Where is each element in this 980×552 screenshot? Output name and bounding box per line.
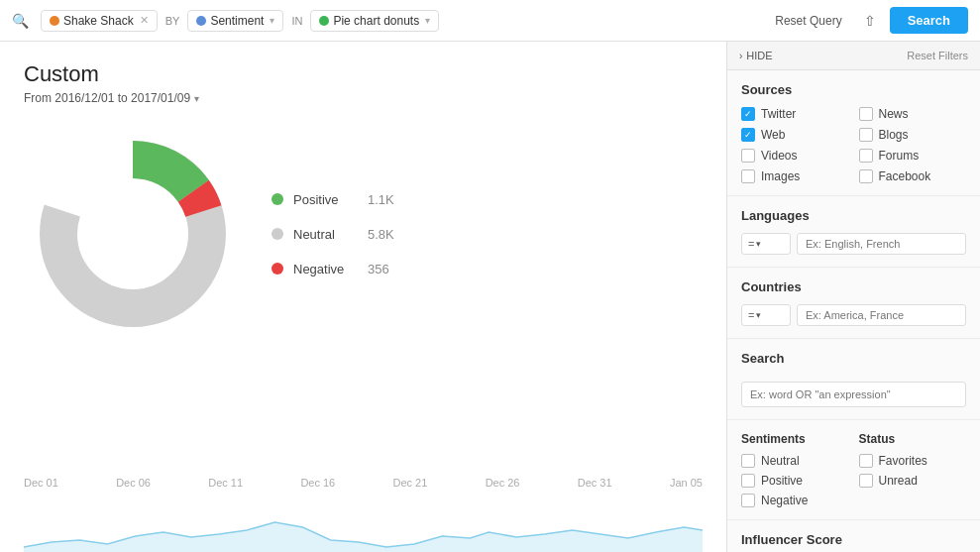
sentiment-neutral[interactable]: Neutral	[741, 454, 849, 468]
tag-label: Sentiment	[210, 14, 264, 28]
legend-negative: Negative 356	[272, 262, 394, 276]
forums-checkbox[interactable]	[859, 149, 873, 163]
left-content: Custom From 2016/12/01 to 2017/01/09 ▾	[0, 42, 726, 552]
source-facebook[interactable]: Facebook	[859, 169, 967, 183]
search-section: Search	[727, 339, 980, 420]
country-operator-select[interactable]: = ▾	[741, 304, 791, 326]
chevron-down-icon: ▾	[425, 15, 430, 26]
tag-color-dot	[319, 16, 329, 26]
sentiments-title: Sentiments	[741, 432, 849, 446]
status-unread[interactable]: Unread	[859, 474, 967, 488]
axis-label: Dec 06	[116, 477, 151, 489]
search-button[interactable]: Search	[890, 7, 968, 34]
web-checkbox[interactable]	[741, 128, 755, 142]
negative-dot	[272, 263, 283, 275]
status-favorites[interactable]: Favorites	[859, 454, 967, 468]
status-col: Status Favorites Unread	[859, 432, 967, 507]
languages-input[interactable]	[797, 233, 966, 255]
legend-neutral: Neutral 5.8K	[272, 227, 394, 242]
chevron-down-icon: ▾	[756, 310, 761, 320]
languages-section: Languages = ▾	[727, 196, 980, 268]
tag-close-icon[interactable]: ✕	[140, 14, 149, 27]
timeline-fill	[24, 522, 703, 552]
timeline-axis: Dec 01 Dec 06 Dec 11 Dec 16 Dec 21 Dec 2…	[24, 469, 703, 493]
search-title: Search	[741, 351, 966, 366]
chevron-down-icon: ▾	[270, 15, 274, 26]
languages-row: = ▾	[741, 233, 966, 255]
positive-dot	[272, 193, 283, 205]
source-images[interactable]: Images	[741, 169, 849, 183]
neutral-sentiment-checkbox[interactable]	[741, 454, 755, 468]
legend-negative-label: Negative	[293, 262, 358, 276]
legend-positive: Positive 1.1K	[272, 192, 394, 207]
timeline: Dec 01 Dec 06 Dec 11 Dec 16 Dec 21 Dec 2…	[24, 469, 703, 552]
sources-grid: Twitter News Web Blogs Videos	[741, 107, 966, 183]
countries-input[interactable]	[797, 304, 966, 326]
negative-sentiment-checkbox[interactable]	[741, 494, 755, 507]
in-connector: IN	[291, 15, 302, 27]
sentiment-negative[interactable]: Negative	[741, 494, 849, 507]
sources-section: Sources Twitter News Web Blogs	[727, 70, 980, 196]
legend-positive-label: Positive	[293, 192, 358, 207]
source-web[interactable]: Web	[741, 128, 849, 142]
source-blogs[interactable]: Blogs	[859, 128, 967, 142]
export-icon[interactable]: ⇧	[864, 13, 876, 29]
hide-button[interactable]: › HIDE	[739, 50, 773, 61]
facebook-label: Facebook	[879, 169, 931, 183]
favorites-label: Favorites	[879, 454, 927, 468]
countries-row: = ▾	[741, 304, 966, 326]
source-twitter[interactable]: Twitter	[741, 107, 849, 121]
languages-title: Languages	[741, 208, 966, 223]
blogs-label: Blogs	[879, 128, 909, 142]
tag-color-dot	[196, 16, 206, 26]
neutral-dot	[272, 228, 283, 240]
hide-label: HIDE	[746, 50, 772, 61]
chevron-down-icon: ▾	[756, 239, 761, 249]
date-range[interactable]: From 2016/12/01 to 2017/01/09 ▾	[24, 91, 703, 105]
videos-label: Videos	[761, 149, 797, 163]
donut-center	[78, 179, 187, 288]
sentiments-status-section: Sentiments Neutral Positive Negative	[727, 420, 980, 520]
legend-negative-value: 356	[368, 262, 389, 276]
chart-area: Positive 1.1K Neutral 5.8K Negative 356	[24, 125, 703, 343]
videos-checkbox[interactable]	[741, 149, 755, 163]
source-forums[interactable]: Forums	[859, 149, 967, 163]
influencer-title: Influencer Score	[741, 532, 966, 547]
unread-label: Unread	[879, 474, 918, 488]
tag-sentiment[interactable]: Sentiment ▾	[187, 10, 283, 32]
by-connector: BY	[165, 15, 180, 27]
legend-neutral-value: 5.8K	[368, 227, 394, 242]
axis-label: Dec 31	[578, 477, 612, 489]
tag-pie-chart[interactable]: Pie chart donuts ▾	[310, 10, 439, 32]
blogs-checkbox[interactable]	[859, 128, 873, 142]
source-videos[interactable]: Videos	[741, 149, 849, 163]
sentiment-positive[interactable]: Positive	[741, 474, 849, 488]
news-checkbox[interactable]	[859, 107, 873, 121]
search-input[interactable]	[741, 382, 966, 407]
negative-sentiment-label: Negative	[761, 494, 808, 507]
images-checkbox[interactable]	[741, 169, 755, 183]
influencer-section: Influencer Score	[727, 520, 980, 552]
axis-label: Dec 16	[300, 477, 335, 489]
page-title: Custom	[24, 61, 703, 87]
chevron-left-icon: ›	[739, 51, 742, 61]
language-operator-select[interactable]: = ▾	[741, 233, 791, 255]
unread-checkbox[interactable]	[859, 474, 873, 488]
tag-label: Pie chart donuts	[333, 14, 419, 28]
source-news[interactable]: News	[859, 107, 967, 121]
axis-label: Dec 26	[486, 477, 520, 489]
axis-label: Dec 21	[393, 477, 428, 489]
axis-label: Dec 11	[208, 477, 243, 489]
reset-query-button[interactable]: Reset Query	[767, 10, 849, 32]
reset-filters-button[interactable]: Reset Filters	[907, 50, 968, 61]
positive-sentiment-checkbox[interactable]	[741, 474, 755, 488]
legend-positive-value: 1.1K	[368, 192, 394, 207]
favorites-checkbox[interactable]	[859, 454, 873, 468]
tag-shake-shack[interactable]: Shake Shack ✕	[41, 10, 158, 32]
timeline-svg	[24, 493, 703, 552]
timeline-chart	[24, 493, 703, 552]
sources-title: Sources	[741, 82, 966, 97]
twitter-label: Twitter	[761, 107, 796, 121]
facebook-checkbox[interactable]	[859, 169, 873, 183]
twitter-checkbox[interactable]	[741, 107, 755, 121]
